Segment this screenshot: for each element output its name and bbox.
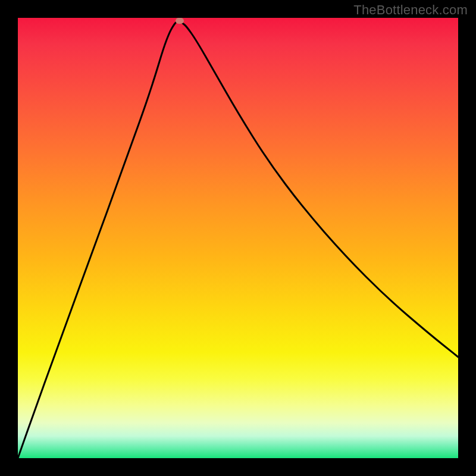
chart-stage: TheBottleneck.com <box>0 0 476 476</box>
plot-area <box>18 18 458 458</box>
optimal-point-marker <box>176 18 184 24</box>
bottleneck-curve <box>18 18 458 458</box>
watermark-text: TheBottleneck.com <box>353 2 468 18</box>
